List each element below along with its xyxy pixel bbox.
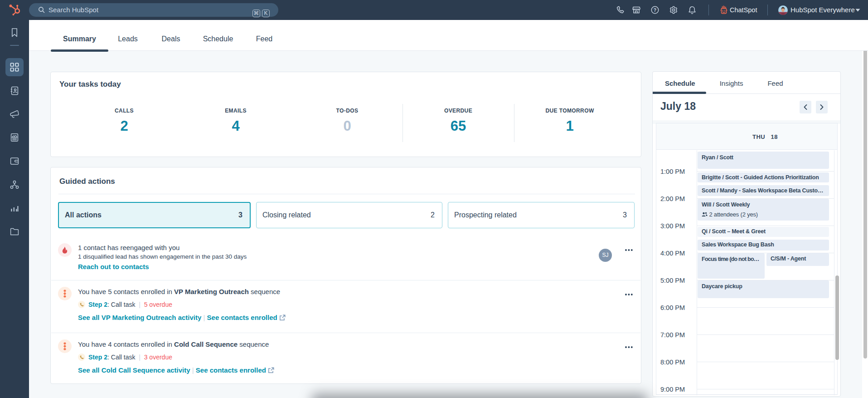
svg-text:?: ?	[654, 7, 656, 13]
